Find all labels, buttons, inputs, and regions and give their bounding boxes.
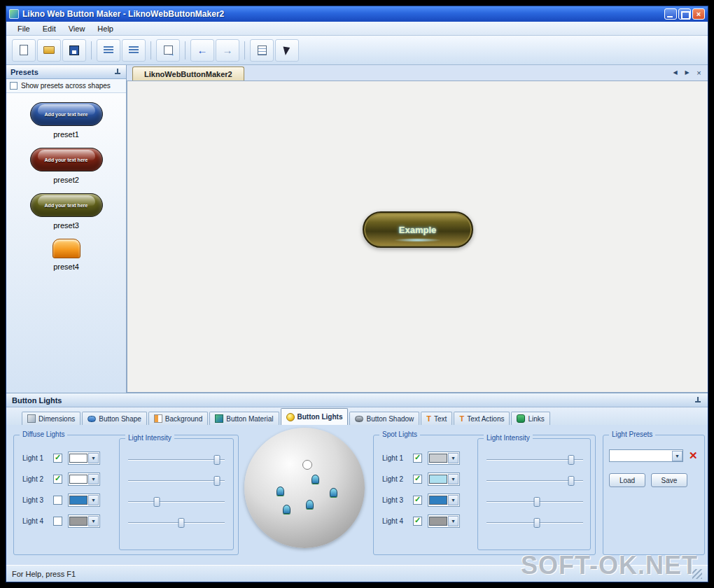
new-button[interactable]: [12, 39, 36, 62]
toolbar-separator: [91, 41, 92, 59]
light-preset-combobox[interactable]: ▼: [609, 449, 683, 462]
tab-label: Button Shadow: [366, 415, 414, 423]
spot-light1-checkbox[interactable]: [413, 454, 422, 463]
light2-color-dropdown[interactable]: ▼: [68, 472, 100, 486]
light3-color-dropdown[interactable]: ▼: [68, 493, 100, 507]
close-button[interactable]: ×: [692, 8, 705, 20]
preset-label: preset1: [53, 130, 79, 139]
preset-item[interactable]: Add your text here preset2: [6, 148, 126, 184]
slider-thumb[interactable]: [154, 497, 160, 507]
tab-close-icon[interactable]: ×: [694, 68, 704, 77]
selected-light-handle[interactable]: [302, 460, 312, 470]
preset-item[interactable]: preset4: [6, 239, 126, 271]
light4-checkbox[interactable]: [53, 517, 62, 526]
spot-light2-checkbox[interactable]: [413, 475, 422, 484]
color-swatch: [69, 517, 88, 526]
light-marker[interactable]: [312, 475, 319, 484]
slider-thumb[interactable]: [533, 497, 540, 507]
tab-links[interactable]: Links: [511, 412, 550, 425]
list-add-button[interactable]: [97, 39, 120, 62]
light1-checkbox[interactable]: [53, 454, 62, 463]
back-button[interactable]: ←: [190, 39, 214, 62]
select-button[interactable]: [275, 39, 299, 62]
light1-color-dropdown[interactable]: ▼: [68, 451, 100, 465]
spot-light2-color-dropdown[interactable]: ▼: [428, 472, 460, 486]
tab-dimensions[interactable]: Dimensions: [22, 412, 80, 425]
tab-label: Text: [434, 415, 447, 423]
spot-intensity-title: Light Intensity: [484, 434, 533, 442]
diffuse-intensity-slider-4[interactable]: [128, 517, 225, 528]
menu-view[interactable]: View: [63, 23, 91, 34]
tab-button-lights[interactable]: Button Lights: [281, 408, 349, 425]
light3-checkbox[interactable]: [53, 496, 62, 505]
slider-thumb[interactable]: [568, 455, 575, 465]
menu-edit[interactable]: Edit: [37, 23, 62, 34]
spot-light4-checkbox[interactable]: [413, 517, 422, 526]
pin-icon[interactable]: [113, 68, 122, 76]
slider-thumb[interactable]: [214, 455, 220, 465]
light-marker[interactable]: [306, 500, 314, 509]
diffuse-intensity-slider-1[interactable]: [128, 454, 225, 465]
save-preset-button[interactable]: Save: [651, 473, 687, 487]
slider-thumb[interactable]: [178, 518, 184, 528]
example-button-preview[interactable]: Example: [363, 211, 473, 248]
tab-scroll-right-icon[interactable]: ▶: [682, 68, 692, 77]
light-marker[interactable]: [276, 486, 284, 496]
minimize-button[interactable]: [664, 8, 677, 20]
tab-button-shadow[interactable]: Button Shadow: [349, 412, 419, 425]
tab-text[interactable]: TText: [421, 412, 452, 425]
preset3-thumbnail[interactable]: Add your text here: [30, 193, 103, 217]
spot-intensity-slider-3[interactable]: [486, 496, 583, 507]
document-tab[interactable]: LiknoWebButtonMaker2: [132, 66, 244, 80]
spot-intensity-slider-4[interactable]: [486, 517, 583, 528]
preset4-thumbnail[interactable]: [52, 239, 80, 258]
forward-button[interactable]: →: [216, 39, 239, 62]
button-preview-canvas[interactable]: Example: [127, 80, 708, 393]
list-remove-button[interactable]: [122, 39, 146, 62]
load-button[interactable]: Load: [609, 473, 645, 487]
text-actions-icon: T: [459, 414, 464, 423]
tab-button-shape[interactable]: Button Shape: [82, 412, 147, 425]
tab-label: Links: [528, 415, 544, 423]
preset-item[interactable]: Add your text here preset3: [6, 193, 126, 230]
tab-button-material[interactable]: Button Material: [209, 412, 279, 425]
slider-thumb[interactable]: [533, 518, 540, 528]
notes-button[interactable]: [250, 39, 274, 62]
spot-light3-checkbox[interactable]: [413, 496, 422, 505]
spot-lights-title: Spot Lights: [379, 430, 420, 438]
export-button[interactable]: [156, 39, 180, 62]
open-button[interactable]: [37, 39, 61, 62]
spot-light3-color-dropdown[interactable]: ▼: [428, 493, 460, 507]
delete-preset-icon[interactable]: ✕: [689, 451, 698, 461]
save-button[interactable]: [62, 39, 86, 62]
spot-intensity-slider-2[interactable]: [486, 475, 583, 486]
pin-icon[interactable]: [694, 396, 702, 405]
diffuse-intensity-slider-2[interactable]: [128, 475, 225, 486]
diffuse-intensity-slider-3[interactable]: [128, 496, 225, 507]
spot-intensity-slider-1[interactable]: [486, 454, 583, 465]
light-marker[interactable]: [330, 488, 337, 497]
tab-background[interactable]: Background: [148, 412, 208, 425]
show-presets-checkbox[interactable]: [10, 82, 18, 90]
preset1-thumbnail[interactable]: Add your text here: [30, 102, 103, 126]
slider-thumb[interactable]: [568, 476, 575, 486]
light4-color-dropdown[interactable]: ▼: [68, 514, 100, 528]
maximize-button[interactable]: [678, 8, 691, 20]
light-marker[interactable]: [283, 505, 290, 514]
preset2-thumbnail[interactable]: Add your text here: [30, 148, 103, 172]
tab-scroll-left-icon[interactable]: ◀: [671, 68, 680, 77]
preset-label: preset2: [53, 176, 79, 184]
menu-file[interactable]: File: [12, 23, 36, 34]
preset-item[interactable]: Add your text here preset1: [6, 102, 126, 139]
diffuse-light-row: Light 4 ▼: [22, 514, 100, 528]
spot-intensity-group: Light Intensity: [477, 438, 591, 550]
spot-light1-color-dropdown[interactable]: ▼: [428, 451, 460, 465]
app-window: Likno Web Button Maker - LiknoWebButtonM…: [6, 6, 708, 582]
light-position-sphere[interactable]: [244, 428, 365, 548]
spot-light4-color-dropdown[interactable]: ▼: [428, 514, 460, 528]
tab-text-actions[interactable]: TText Actions: [454, 412, 510, 425]
slider-thumb[interactable]: [214, 476, 220, 486]
lights-settings-area: Diffuse Lights Light 1 ▼ Light 2 ▼: [6, 425, 708, 565]
menu-help[interactable]: Help: [92, 23, 119, 34]
light2-checkbox[interactable]: [53, 475, 62, 484]
